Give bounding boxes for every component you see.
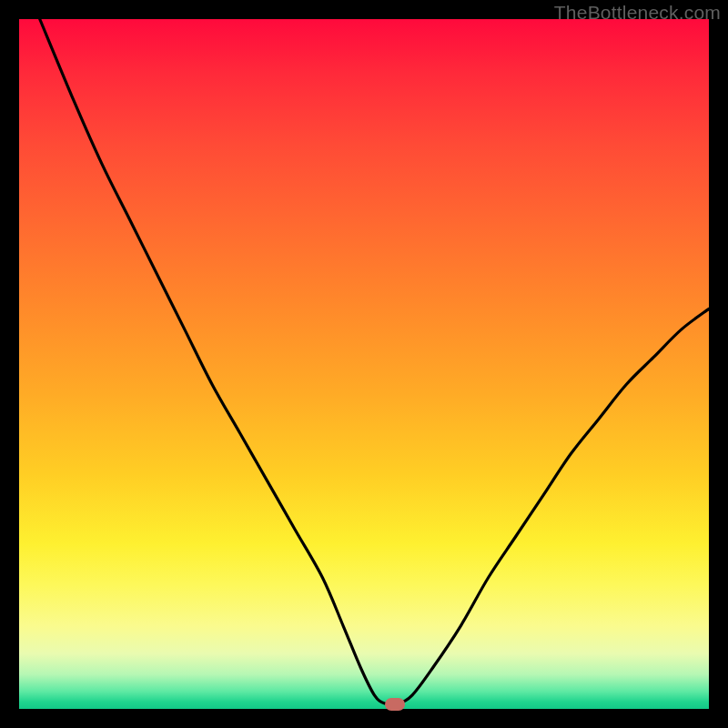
curve-path — [40, 19, 709, 704]
bottleneck-curve — [19, 19, 709, 709]
optimum-marker — [385, 698, 405, 711]
chart-frame: TheBottleneck.com — [0, 0, 728, 728]
watermark-text: TheBottleneck.com — [554, 2, 721, 24]
plot-area — [19, 19, 709, 709]
